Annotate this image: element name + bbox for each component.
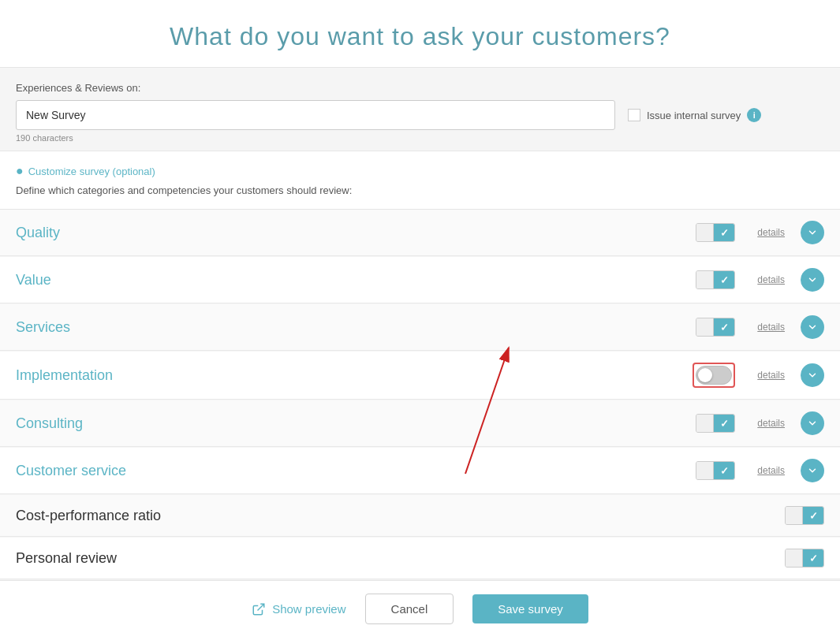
toggle-area-customer-service: ✓details xyxy=(696,459,824,482)
category-name-services: Services xyxy=(16,319,696,336)
info-icon[interactable]: i xyxy=(747,108,761,122)
checkbox-check-value: ✓ xyxy=(714,271,734,288)
category-name-value: Value xyxy=(16,272,696,288)
checkbox-check-consulting: ✓ xyxy=(714,415,734,432)
char-count: 190 characters xyxy=(16,133,824,143)
category-name-personal-review: Personal review xyxy=(16,550,785,567)
checkbox-check-quality: ✓ xyxy=(714,224,734,241)
customize-section: ● Customize survey (optional) Define whi… xyxy=(0,151,840,210)
highlighted-toggle-wrapper xyxy=(693,363,735,388)
category-row-consulting: Consulting✓details xyxy=(0,400,840,447)
checkbox-group-value[interactable]: ✓ xyxy=(696,270,735,289)
category-name-customer-service: Customer service xyxy=(16,463,696,479)
category-row-implementation: Implementationdetails xyxy=(0,352,840,400)
details-button-services[interactable]: details xyxy=(757,322,785,333)
checkbox-empty-quality xyxy=(696,224,714,241)
toggle-area-cost-performance: ✓ xyxy=(785,506,824,525)
details-button-customer-service[interactable]: details xyxy=(757,465,785,476)
category-name-cost-performance: Cost-performance ratio xyxy=(16,508,785,524)
checkbox-check-personal-review: ✓ xyxy=(803,549,823,567)
chevron-down-icon xyxy=(807,274,818,285)
chevron-down-icon xyxy=(807,370,818,381)
page-title: What do you want to ask your customers? xyxy=(16,22,824,51)
category-name-consulting: Consulting xyxy=(16,415,696,432)
preview-icon xyxy=(252,602,266,616)
category-row-personal-review: Personal review✓ xyxy=(0,538,840,579)
details-button-consulting[interactable]: details xyxy=(757,418,785,429)
internal-survey-container: Issue internal survey i xyxy=(628,108,761,122)
form-section: Experiences & Reviews on: Issue internal… xyxy=(0,68,840,151)
details-button-quality[interactable]: details xyxy=(757,227,785,238)
category-row-customer-service: Customer service✓details xyxy=(0,448,840,494)
checkbox-check-services: ✓ xyxy=(714,318,734,336)
toggle-area-value: ✓details xyxy=(696,268,824,292)
toggle-area-implementation: details xyxy=(693,363,824,388)
checkbox-group-consulting[interactable]: ✓ xyxy=(696,414,735,433)
categories-wrapper: Quality✓detailsValue✓detailsServices✓det… xyxy=(0,210,840,580)
checkbox-group-services[interactable]: ✓ xyxy=(696,318,735,337)
category-row-services: Services✓details xyxy=(0,304,840,351)
toggle-implementation[interactable] xyxy=(696,366,732,385)
internal-survey-checkbox[interactable] xyxy=(628,109,640,121)
checkbox-empty-consulting xyxy=(696,415,714,432)
details-button-implementation[interactable]: details xyxy=(757,370,785,381)
survey-name-input[interactable] xyxy=(16,100,615,130)
save-button[interactable]: Save survey xyxy=(472,594,588,623)
checkbox-empty-cost-performance xyxy=(786,507,803,524)
customize-link-text: Customize survey (optional) xyxy=(28,166,155,177)
customize-desc: Define which categories and competencies… xyxy=(16,184,824,196)
toggle-area-personal-review: ✓ xyxy=(785,549,824,568)
toggle-area-services: ✓details xyxy=(696,315,824,339)
show-preview-label: Show preview xyxy=(272,602,345,616)
checkbox-check-customer-service: ✓ xyxy=(714,462,734,479)
category-name-implementation: Implementation xyxy=(16,367,693,384)
expand-button-consulting[interactable] xyxy=(801,411,824,435)
chevron-down-icon xyxy=(807,227,818,238)
checkbox-group-cost-performance[interactable]: ✓ xyxy=(785,506,824,525)
internal-survey-label: Issue internal survey xyxy=(647,110,741,121)
details-button-value[interactable]: details xyxy=(757,274,785,285)
show-preview-button[interactable]: Show preview xyxy=(252,602,345,616)
customize-link[interactable]: ● Customize survey (optional) xyxy=(16,164,824,178)
toggle-area-consulting: ✓details xyxy=(696,411,824,435)
checkbox-group-quality[interactable]: ✓ xyxy=(696,223,735,242)
checkbox-group-customer-service[interactable]: ✓ xyxy=(696,461,735,480)
checkbox-group-personal-review[interactable]: ✓ xyxy=(785,549,824,568)
toggle-track-implementation xyxy=(696,366,732,385)
toggle-thumb-implementation xyxy=(698,368,712,382)
checkbox-empty-services xyxy=(696,318,714,336)
checkbox-check-cost-performance: ✓ xyxy=(803,507,823,524)
expand-button-quality[interactable] xyxy=(801,221,824,244)
category-row-cost-performance: Cost-performance ratio✓ xyxy=(0,495,840,537)
expand-button-implementation[interactable] xyxy=(801,363,824,387)
chevron-down-icon xyxy=(807,322,818,333)
chevron-down-icon xyxy=(807,465,818,476)
category-name-quality: Quality xyxy=(16,225,696,241)
header: What do you want to ask your customers? xyxy=(0,0,840,68)
toggle-area-quality: ✓details xyxy=(696,221,824,244)
expand-button-services[interactable] xyxy=(801,315,824,339)
category-row-quality: Quality✓details xyxy=(0,210,840,256)
expand-button-customer-service[interactable] xyxy=(801,459,824,482)
svg-line-2 xyxy=(258,604,264,610)
footer-bar: Show preview Cancel Save survey xyxy=(0,580,840,629)
checkbox-empty-value xyxy=(696,271,714,288)
checkbox-empty-personal-review xyxy=(786,549,803,567)
categories-list: Quality✓detailsValue✓detailsServices✓det… xyxy=(0,210,840,579)
expand-button-value[interactable] xyxy=(801,268,824,292)
category-row-value: Value✓details xyxy=(0,257,840,303)
checkbox-empty-customer-service xyxy=(696,462,714,479)
cancel-button[interactable]: Cancel xyxy=(365,594,454,624)
experiences-label: Experiences & Reviews on: xyxy=(16,82,824,94)
bullet-icon: ● xyxy=(16,164,24,178)
chevron-down-icon xyxy=(807,418,818,429)
